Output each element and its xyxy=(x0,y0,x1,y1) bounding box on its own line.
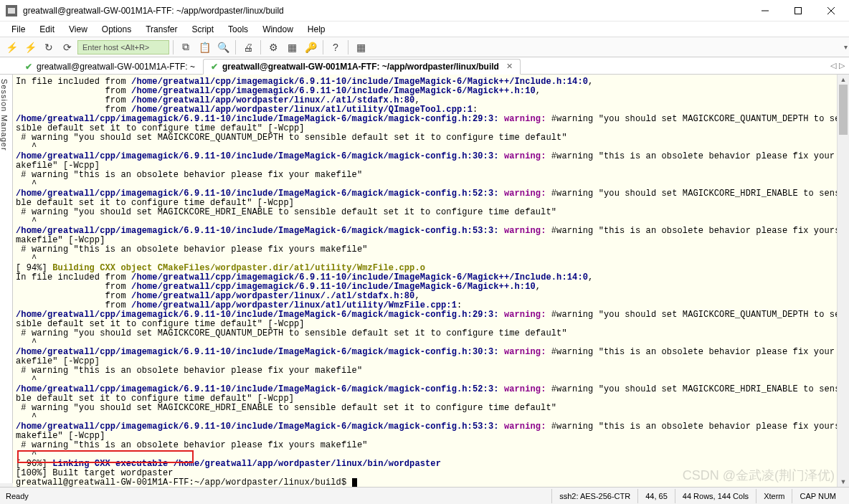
connect-icon[interactable]: ⚡ xyxy=(3,39,20,55)
keys-icon[interactable]: 🔑 xyxy=(302,39,319,55)
minimize-button[interactable] xyxy=(749,0,782,22)
new-tab-icon[interactable]: ▦ xyxy=(352,39,369,55)
menu-file[interactable]: File xyxy=(4,23,32,36)
menu-tools[interactable]: Tools xyxy=(221,23,255,36)
menu-script[interactable]: Script xyxy=(184,23,221,36)
tab-label: greatwall@greatwall-GW-001M1A-FTF: ~ xyxy=(37,62,195,72)
help-icon[interactable]: ? xyxy=(327,39,344,55)
menu-options[interactable]: Options xyxy=(95,23,138,36)
menu-edit[interactable]: Edit xyxy=(32,23,62,36)
scroll-thumb[interactable] xyxy=(839,85,848,135)
tab-session-1[interactable]: ✔ greatwall@greatwall-GW-001M1A-FTF: ~ xyxy=(17,59,203,75)
menu-help[interactable]: Help xyxy=(300,23,333,36)
settings-icon[interactable]: ⚙ xyxy=(265,39,282,55)
status-ssh: ssh2: AES-256-CTR xyxy=(551,489,637,503)
quick-connect-icon[interactable]: ⚡ xyxy=(22,39,39,55)
menu-bar: File Edit View Options Transfer Script T… xyxy=(0,22,849,37)
menu-window[interactable]: Window xyxy=(255,23,300,36)
session-manager-tab[interactable]: Session Manager xyxy=(0,75,13,483)
terminal-scrollbar[interactable]: ▲ ▼ xyxy=(837,75,849,487)
status-ready: Ready xyxy=(6,492,29,500)
scroll-up-icon[interactable]: ▲ xyxy=(838,75,849,85)
tab-prev-icon[interactable]: ◁ xyxy=(830,61,836,70)
status-bar: Ready ssh2: AES-256-CTR 44, 65 44 Rows, … xyxy=(0,487,849,504)
disconnect-icon[interactable]: ⟳ xyxy=(59,39,76,55)
check-icon: ✔ xyxy=(25,62,32,72)
app-icon xyxy=(6,5,17,16)
status-caps-num: CAP NUM xyxy=(792,489,843,503)
status-term-type: Xterm xyxy=(756,489,792,503)
toolbar: ⚡ ⚡ ↻ ⟳ Enter host <Alt+R> ⧉ 📋 🔍 🖨 ⚙ ▦ 🔑… xyxy=(0,37,849,57)
tab-close-icon[interactable]: ✕ xyxy=(506,62,513,71)
tab-bar: ✔ greatwall@greatwall-GW-001M1A-FTF: ~ ✔… xyxy=(0,57,849,75)
reconnect-icon[interactable]: ↻ xyxy=(40,39,57,55)
cursor-icon xyxy=(352,478,357,487)
print-icon[interactable]: 🖨 xyxy=(239,39,257,55)
svg-rect-1 xyxy=(795,7,802,14)
close-button[interactable] xyxy=(815,0,848,22)
sessions-icon[interactable]: ▦ xyxy=(283,39,300,55)
menu-transfer[interactable]: Transfer xyxy=(138,23,184,36)
tab-next-icon[interactable]: ▷ xyxy=(839,61,845,70)
terminal-output[interactable]: In file included from /home/greatwall/cp… xyxy=(13,75,849,487)
window-title: greatwall@greatwall-GW-001M1A-FTF: ~/app… xyxy=(23,6,749,16)
host-input[interactable]: Enter host <Alt+R> xyxy=(77,40,169,54)
toolbar-dropdown-icon[interactable]: ▾ xyxy=(844,43,848,51)
scroll-down-icon[interactable]: ▼ xyxy=(838,477,849,487)
tab-label: greatwall@greatwall-GW-001M1A-FTF: ~/app… xyxy=(222,62,499,72)
paste-icon[interactable]: 📋 xyxy=(196,39,213,55)
tab-session-2[interactable]: ✔ greatwall@greatwall-GW-001M1A-FTF: ~/a… xyxy=(203,59,521,75)
status-cursor-pos: 44, 65 xyxy=(637,489,675,503)
menu-view[interactable]: View xyxy=(62,23,95,36)
check-icon: ✔ xyxy=(211,62,218,72)
copy-icon[interactable]: ⧉ xyxy=(177,39,194,55)
maximize-button[interactable] xyxy=(782,0,815,22)
title-bar: greatwall@greatwall-GW-001M1A-FTF: ~/app… xyxy=(0,0,849,22)
find-icon[interactable]: 🔍 xyxy=(214,39,232,55)
status-rowcol: 44 Rows, 144 Cols xyxy=(675,489,756,503)
